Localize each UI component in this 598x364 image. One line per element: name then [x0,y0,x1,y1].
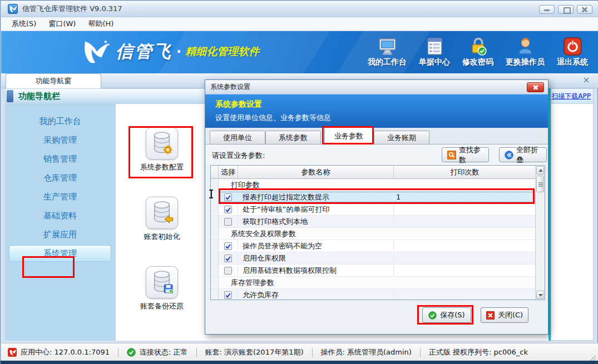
table-group-row[interactable]: 库存管理参数 [211,277,536,289]
group-label: 打印参数 [231,180,260,190]
checkbox-checked[interactable] [224,255,232,262]
dialog-toolbar-button[interactable]: 查找参数 [442,147,489,162]
parameters-table: 选择参数名称打印次数 打印参数报表打印超过指定次数提示1处于“待审核”的单据可打… [210,165,545,300]
status-bar: 应用中心: 127.0.0.1:7091连接状态: 正常账套: 演示账套(201… [1,343,598,361]
print-count-cell [394,216,536,227]
table-row[interactable]: 处于“待审核”的单据可打印 [211,203,536,216]
status-segment: 应用中心: 127.0.0.1:7091 [8,347,118,357]
toolbar-button[interactable]: 更换操作员 [502,34,548,69]
toolbar-button[interactable]: 我的工作台 [364,34,410,69]
toolbar-button[interactable]: 退出系统 [553,34,591,69]
table-scrollbar[interactable] [535,166,545,300]
sidebar-item[interactable]: 生产管理 [9,188,111,205]
menu-item[interactable]: 帮助(H) [82,17,120,31]
text-cursor [209,190,214,198]
print-count-cell [394,252,536,264]
banner-toolbar: 我的工作台单据中心修改密码更换操作员退出系统 [364,34,591,69]
checkbox-checked[interactable] [224,242,232,250]
window-title: 信管飞仓库管理软件 V9.0.317 [22,4,122,14]
scroll-up-icon[interactable] [536,166,544,174]
select-cell [219,191,238,203]
workbench-monitor-icon [378,37,397,56]
print-count-cell [394,289,536,300]
checkbox-checked[interactable] [224,291,232,299]
close-dialog-button[interactable]: 关闭(C) [481,307,528,323]
dialog-close-button[interactable] [527,82,544,92]
tab-active[interactable]: 业务参数 [324,127,373,144]
sidebar-item[interactable]: 扩展应用 [9,226,111,243]
dialog-tab-bar: 使用单位系统参数业务参数业务账期 [205,128,548,144]
table-row[interactable]: 允许负库存 [211,289,536,300]
save-button[interactable]: 保存(S) [422,307,471,323]
status-segment: 账套: 演示账套(2017年第1期) [197,347,312,357]
right-panel: 扫描下载APP [551,88,594,341]
table-column-header[interactable]: 参数名称 [238,166,394,178]
checkbox-checked[interactable] [224,193,232,201]
toolbar-button[interactable]: 修改密码 [459,34,497,69]
shortcut[interactable]: 系统参数配置 [128,127,196,172]
toolbar-button-label: 我的工作台 [368,57,407,67]
window-controls [539,5,592,14]
tab-function-navigator[interactable]: 功能导航窗 [6,73,101,88]
table-row[interactable]: 操作员登录密码不能为空 [211,240,536,252]
minimize-button[interactable] [539,5,555,14]
checkbox-unchecked[interactable] [224,267,232,275]
dialog-toolbar-button-label: 全部折叠 [516,145,541,165]
table-row[interactable]: 报表打印超过指定次数提示1 [211,191,536,203]
table-group-row[interactable]: 系统安全及权限参数 [211,228,536,240]
scrollbar-thumb[interactable] [536,176,544,192]
table-row-header-column [211,166,219,178]
status-segment: 正式版 授权序列号: pc006_ck [421,347,536,357]
nav-close-icon[interactable]: × [581,75,591,85]
sidebar-item[interactable]: 基础资料 [9,207,111,224]
checkbox-unchecked[interactable] [224,218,232,226]
close-button[interactable] [577,5,592,14]
sidebar-item[interactable]: 系统管理 [9,245,111,262]
change-password-lock-icon [468,37,488,56]
shortcut-icon-button[interactable] [146,127,178,159]
system-parameters-dialog: 系统参数设置 系统参数设置 设置使用单位信息、业务参数等信息 使用单位系统参数业… [205,79,548,335]
table-group-row[interactable]: 打印参数 [211,179,536,191]
dialog-toolbar-button[interactable]: 全部折叠 [499,147,547,162]
table-row[interactable]: 启用基础资料数据项权限控制 [211,265,536,277]
sidebar-item[interactable]: 销售管理 [9,151,111,167]
tab[interactable]: 系统参数 [265,131,321,144]
parameter-name-cell: 获取打印格式到本地 [238,216,394,227]
shortcut-label: 账套初始化 [128,232,196,242]
row-header-cell [211,252,219,264]
sidebar-item[interactable]: 仓库管理 [9,169,111,186]
shortcut-label: 系统参数配置 [128,162,196,172]
select-cell [219,216,238,227]
header-banner: 信管飞 · 精细化管理软件 我的工作台单据中心修改密码更换操作员退出系统 [1,31,598,73]
table-column-header[interactable]: 打印次数 [394,166,536,178]
toolbar-button[interactable]: 单据中心 [416,34,453,69]
tab[interactable]: 使用单位 [210,131,265,144]
status-text: 操作员: 系统管理员(admin) [321,347,412,357]
download-app-link[interactable]: 扫描下载APP [551,92,591,101]
scroll-down-icon[interactable] [536,291,544,299]
save-check-icon [428,311,437,320]
connection-ok-icon [127,348,136,357]
row-header-cell [211,289,219,300]
sidebar-item[interactable]: 采购管理 [9,132,111,148]
shortcut-icon-button[interactable] [146,197,178,229]
dialog-title: 系统参数设置 [210,82,250,92]
table-row[interactable]: 获取打印格式到本地 [211,216,536,228]
table-column-header[interactable]: 选择 [219,166,238,178]
shortcut[interactable]: 账套备份还原 [128,266,196,311]
maximize-button[interactable] [558,5,574,14]
right-panel-header: 扫描下载APP [551,89,593,104]
tab[interactable]: 业务账期 [374,131,429,144]
checkbox-checked[interactable] [224,206,232,213]
parameter-name-cell: 启用仓库权限 [238,252,394,264]
menu-item[interactable]: 窗口(W) [42,17,82,31]
shortcut[interactable]: 账套初始化 [128,197,196,242]
group-label: 库存管理参数 [231,278,274,288]
table-row[interactable]: 启用仓库权限 [211,252,536,265]
shortcut-label: 账套备份还原 [128,301,196,311]
sidebar-item[interactable]: 我的工作台 [9,113,111,129]
status-text: 连接状态: 正常 [140,347,188,357]
menu-item[interactable]: 系统(S) [6,17,42,31]
shortcut-icon-button[interactable] [146,266,178,298]
status-segment: 连接状态: 正常 [118,347,196,357]
